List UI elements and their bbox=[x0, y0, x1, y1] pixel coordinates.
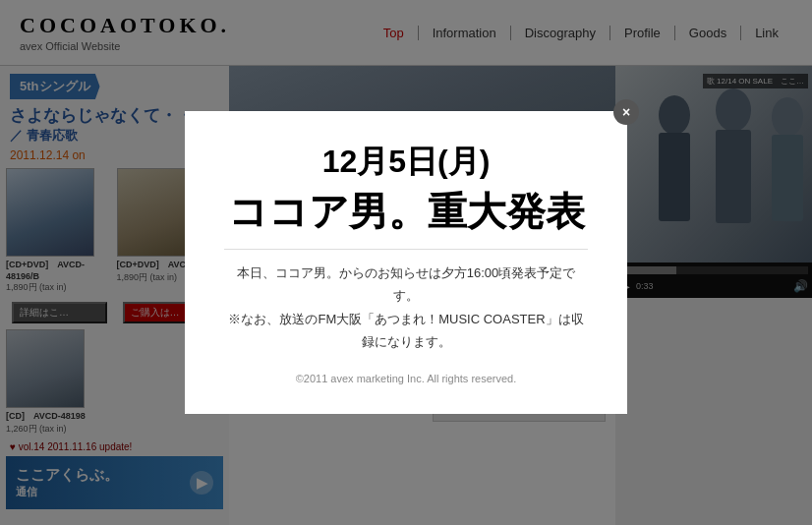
modal-dialog: × 12月5日(月) ココア男。重大発表 本日、ココア男。からのお知らせは夕方1… bbox=[185, 111, 627, 415]
modal-divider bbox=[224, 249, 588, 250]
modal-copyright: ©2011 avex marketing Inc. All rights res… bbox=[224, 373, 588, 384]
modal-close-button[interactable]: × bbox=[613, 99, 639, 125]
modal-title: ココア男。重大発表 bbox=[224, 190, 588, 233]
modal-body-line2: ※なお、放送のFM大阪「あつまれ！MUSIC COASTER」は収録になります。 bbox=[224, 308, 588, 354]
modal-body: 本日、ココア男。からのお知らせは夕方16:00頃発表予定です。 ※なお、放送のF… bbox=[224, 262, 588, 354]
modal-body-line1: 本日、ココア男。からのお知らせは夕方16:00頃発表予定です。 bbox=[224, 262, 588, 308]
modal-overlay[interactable]: × 12月5日(月) ココア男。重大発表 本日、ココア男。からのお知らせは夕方1… bbox=[0, 0, 812, 525]
modal-date: 12月5日(月) bbox=[224, 141, 588, 184]
